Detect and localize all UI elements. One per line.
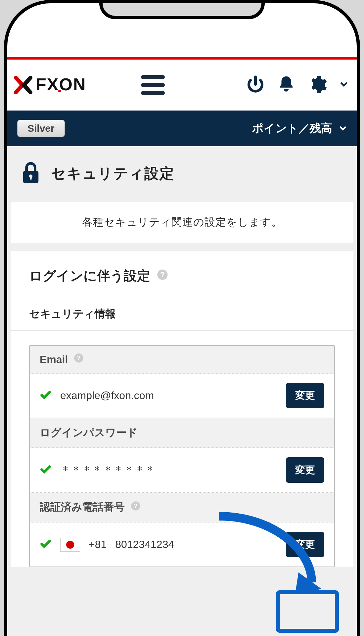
phone-row: +81 8012341234 変更	[30, 522, 334, 567]
phone-frame: FXON	[4, 0, 360, 636]
points-dropdown[interactable]: ポイント／残高	[252, 121, 347, 136]
status-bar: Silver ポイント／残高	[7, 111, 357, 146]
change-phone-button[interactable]: 変更	[286, 532, 324, 557]
page-intro: 各種セキュリティ関連の設定をします。	[23, 215, 341, 230]
check-icon	[40, 389, 52, 402]
help-icon[interactable]: ?	[131, 501, 141, 514]
lock-icon	[21, 160, 41, 187]
check-icon	[40, 538, 52, 551]
help-icon[interactable]: ?	[157, 268, 168, 283]
help-icon[interactable]: ?	[74, 353, 84, 366]
phone-notch	[99, 0, 265, 19]
tier-badge[interactable]: Silver	[17, 120, 65, 137]
section-heading: ログインに伴う設定	[29, 267, 150, 285]
chevron-down-icon	[338, 124, 347, 133]
email-label: Email	[40, 353, 68, 366]
japan-flag-icon	[60, 538, 80, 552]
password-label: ログインパスワード	[40, 426, 138, 440]
svg-text:?: ?	[160, 271, 165, 279]
phone-label: 認証済み電話番号	[40, 500, 125, 515]
change-email-button[interactable]: 変更	[286, 383, 324, 408]
security-table: Email ? example@fxon.com 変更	[29, 345, 335, 567]
phone-header: 認証済み電話番号 ?	[30, 493, 334, 522]
chevron-down-icon[interactable]	[339, 79, 349, 91]
email-value: example@fxon.com	[60, 389, 277, 402]
gear-icon[interactable]	[307, 74, 328, 96]
page-title: セキュリティ設定	[51, 164, 175, 183]
password-value: ＊＊＊＊＊＊＊＊＊	[60, 463, 277, 477]
sub-heading: セキュリティ情報	[11, 295, 353, 331]
logo-mark-icon	[13, 75, 33, 95]
svg-point-1	[58, 90, 61, 92]
email-header: Email ?	[30, 346, 334, 374]
change-password-button[interactable]: 変更	[286, 457, 324, 483]
svg-text:FXON: FXON	[36, 75, 86, 94]
check-icon	[40, 464, 52, 477]
phone-code: +81	[89, 538, 107, 551]
phone-number: 8012341234	[115, 538, 174, 551]
svg-rect-4	[30, 176, 31, 179]
accent-line	[7, 57, 357, 60]
bell-icon[interactable]	[277, 75, 296, 95]
menu-button[interactable]	[141, 75, 165, 95]
email-row: example@fxon.com 変更	[30, 374, 334, 418]
brand-logo[interactable]: FXON	[13, 75, 125, 95]
password-row: ＊＊＊＊＊＊＊＊＊ 変更	[30, 448, 334, 493]
power-icon[interactable]	[246, 74, 265, 96]
svg-text:?: ?	[134, 502, 137, 509]
logo-wordmark: FXON	[36, 75, 125, 95]
password-header: ログインパスワード	[30, 418, 334, 448]
app-header: FXON	[7, 60, 357, 111]
svg-text:?: ?	[77, 354, 81, 361]
points-label: ポイント／残高	[252, 121, 332, 136]
